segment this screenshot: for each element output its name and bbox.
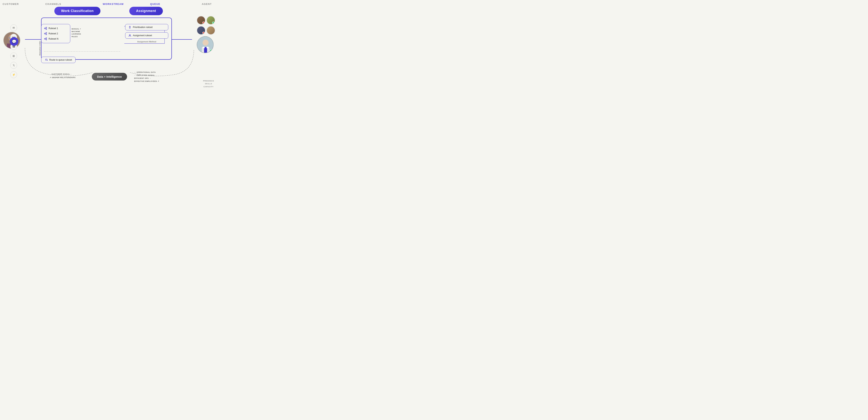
- agent-section: [197, 16, 215, 53]
- svg-line-17: [45, 29, 46, 29]
- assignment-ruleset-box: Assignment ruleset: [125, 32, 168, 39]
- agent-avatar-2: [207, 16, 215, 25]
- svg-point-25: [46, 39, 47, 40]
- deeper-relationships-label: ↗ DEEPER RELATIONSHIPS: [50, 77, 75, 79]
- agent-avatar-main: [197, 36, 214, 53]
- svg-point-15: [46, 29, 47, 30]
- header-channels: CHANNELS: [45, 3, 61, 5]
- operational-data-label: ← OPERATIONAL DATA: [134, 71, 156, 73]
- skills-label: SKILLS: [203, 82, 214, 85]
- svg-line-27: [45, 39, 46, 39]
- ruleset-2: Ruleset 2: [41, 31, 70, 36]
- header-agent: AGENT: [202, 3, 212, 5]
- header-queue: QUEUE: [150, 3, 160, 5]
- messenger-icon: ⚡: [10, 71, 17, 78]
- employee-signal-label: ← EMPLOYEE SIGNAL: [134, 74, 155, 76]
- agent-avatar-3: [197, 26, 206, 35]
- svg-point-29: [129, 34, 130, 36]
- header-workstream: WORKSTREAM: [103, 3, 124, 5]
- svg-point-19: [46, 32, 47, 33]
- status-dot-green-main: [210, 49, 213, 52]
- route-to-queue-box: Route to queue ruleset: [41, 57, 75, 63]
- svg-line-16: [45, 28, 46, 28]
- svg-line-22: [45, 34, 46, 34]
- prioritisation-ruleset-box: Prioritisation ruleset: [125, 24, 168, 30]
- presence-label: PRESENCE: [203, 80, 214, 82]
- twitter-icon: 𝕏: [10, 62, 17, 69]
- svg-point-13: [44, 28, 45, 29]
- assignment-section: Prioritisation ruleset Assignment rulese…: [125, 24, 168, 43]
- channels-list: ✉ SMS ☎ ⊞ 𝕏 ⚡: [10, 24, 17, 78]
- svg-rect-35: [207, 47, 208, 48]
- effective-employees-label: EFFECTIVE EMPLOYEES ↗: [134, 80, 159, 82]
- widget-icon: ⊞: [10, 53, 17, 59]
- svg-point-18: [44, 33, 45, 34]
- status-dot-red-1: [203, 22, 205, 24]
- status-dot-red-2: [203, 32, 205, 34]
- efficient-ops-label: EFFICIENT OPS →: [134, 77, 151, 79]
- assignment-pill: Assignment: [129, 7, 163, 15]
- capacity-label: CAPACITY: [203, 85, 214, 88]
- svg-point-24: [46, 38, 47, 39]
- agent-avatar-1: [197, 16, 206, 25]
- ml-label: MANUAL + MACHINE LEARNING RULES: [71, 28, 81, 38]
- svg-point-14: [46, 27, 47, 28]
- ruleset-group: Ruleset 1 Ruleset 2 Ruleset N: [41, 24, 70, 43]
- svg-rect-34: [203, 47, 205, 48]
- execution-order-label: Execution order: [39, 33, 41, 55]
- svg-line-21: [45, 33, 46, 33]
- agent-attributes: PRESENCE SKILLS CAPACITY: [203, 80, 214, 88]
- agent-row-top: [197, 16, 215, 25]
- agent-avatar-4: [207, 26, 215, 35]
- work-classification-pill: Work Classification: [54, 7, 100, 15]
- ruleset-n: Ruleset N: [41, 36, 70, 41]
- assignment-method-label: Assignment Method: [125, 40, 168, 43]
- header-customer: CUSTOMER: [3, 3, 19, 5]
- status-dot-green-1: [212, 22, 214, 24]
- ruleset-1: Ruleset 1: [41, 26, 70, 31]
- data-intelligence-pill: Data + Intelligence: [92, 73, 127, 81]
- customer-signal-label: CUSTOMER SIGNAL→: [52, 73, 72, 75]
- svg-point-20: [46, 34, 47, 35]
- agent-row-second: [197, 26, 215, 35]
- svg-point-23: [44, 38, 45, 39]
- email-icon: ✉: [10, 24, 17, 31]
- chat-bubble-icon: 💬: [10, 37, 19, 46]
- svg-point-31: [203, 39, 209, 46]
- svg-line-26: [45, 38, 46, 39]
